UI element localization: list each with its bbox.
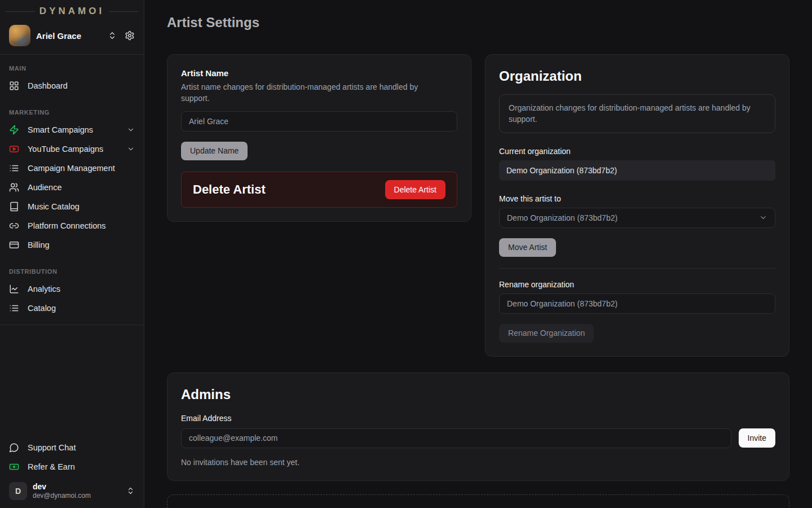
chevrons-up-down-icon[interactable] — [107, 30, 118, 41]
user-meta: dev dev@dynamoi.com — [33, 482, 120, 501]
sidebar-item-smart-campaigns[interactable]: Smart Campaigns — [0, 120, 144, 139]
nav-item-label: Refer & Earn — [28, 462, 135, 471]
artist-name-card: Artist Name Artist name changes for dist… — [167, 54, 471, 222]
rename-organization-label: Rename organization — [499, 280, 775, 289]
nav-item-label: Smart Campaigns — [28, 125, 118, 134]
sidebar-item-youtube-campaigns[interactable]: YouTube Campaigns — [0, 139, 144, 159]
sidebar-footer: Support Chat Refer & Earn D dev dev@dyna… — [0, 436, 144, 508]
sidebar-nav: MAIN Dashboard MARKETING Smart Campaigns… — [0, 55, 144, 325]
user-email: dev@dynamoi.com — [33, 492, 120, 500]
sidebar-item-platform-connections[interactable]: Platform Connections — [0, 216, 144, 235]
artist-avatar — [9, 25, 30, 46]
move-artist-label: Move this artist to — [499, 194, 775, 203]
rename-organization-input[interactable] — [499, 294, 775, 314]
organization-divider — [499, 268, 775, 269]
organization-card: Organization Organization changes for di… — [485, 54, 789, 357]
user-avatar: D — [9, 482, 27, 500]
artist-name-help: Artist name changes for distribution-man… — [181, 81, 446, 104]
logo-divider-right — [109, 11, 138, 12]
list-icon — [9, 303, 19, 313]
nav-item-label: Campaign Management — [28, 164, 135, 173]
artist-name-label: Ariel Grace — [36, 31, 101, 41]
chevron-down-icon — [127, 145, 135, 153]
chevrons-up-down-icon — [125, 485, 136, 496]
organization-notice: Organization changes for distribution-ma… — [499, 94, 775, 133]
account-switcher[interactable]: D dev dev@dynamoi.com — [0, 476, 144, 508]
nav-item-label: Music Catalog — [28, 202, 135, 211]
sidebar-item-billing[interactable]: Billing — [0, 235, 144, 255]
rename-organization-button[interactable]: Rename Organization — [499, 324, 594, 343]
sidebar-item-music-catalog[interactable]: Music Catalog — [0, 197, 144, 216]
delete-artist-heading: Delete Artist — [193, 182, 266, 197]
current-organization-value: Demo Organization (873bd7b2) — [499, 160, 775, 181]
sidebar-item-dashboard[interactable]: Dashboard — [0, 76, 144, 95]
activity-card: No activity yet. — [167, 494, 789, 508]
users-icon — [9, 182, 19, 192]
nav-section-distribution: DISTRIBUTION — [0, 262, 144, 279]
artist-name-label: Artist Name — [181, 68, 457, 78]
sidebar-item-analytics[interactable]: Analytics — [0, 279, 144, 299]
settings-gear-icon[interactable] — [123, 29, 136, 42]
organization-title: Organization — [499, 68, 775, 84]
email-address-label: Email Address — [181, 414, 775, 423]
list-icon — [9, 163, 19, 173]
nav-item-label: Analytics — [28, 284, 135, 294]
chart-line-icon — [9, 284, 19, 294]
move-artist-selected-value: Demo Organization (873bd7b2) — [507, 213, 617, 222]
nav-section-marketing: MARKETING — [0, 103, 144, 120]
brand-logo: DYNAMOI — [0, 0, 144, 20]
message-circle-icon — [9, 443, 19, 453]
sidebar-item-support-chat[interactable]: Support Chat — [0, 438, 144, 457]
sidebar-item-campaign-management[interactable]: Campaign Management — [0, 159, 144, 178]
main-content: Artist Settings Artist Name Artist name … — [144, 0, 812, 508]
current-organization-label: Current organization — [499, 147, 775, 156]
move-artist-button[interactable]: Move Artist — [499, 238, 556, 257]
user-name: dev — [33, 482, 120, 492]
delete-artist-button[interactable]: Delete Artist — [385, 180, 445, 199]
logo-divider-left — [6, 11, 35, 12]
delete-artist-zone: Delete Artist Delete Artist — [181, 172, 457, 208]
sidebar-item-audience[interactable]: Audience — [0, 178, 144, 197]
book-icon — [9, 202, 19, 212]
nav-item-label: Dashboard — [28, 81, 135, 90]
sidebar-item-refer-earn[interactable]: Refer & Earn — [0, 457, 144, 476]
zap-icon — [9, 125, 19, 135]
nav-section-main: MAIN — [0, 59, 144, 76]
link-icon — [9, 221, 19, 231]
sidebar-item-catalog[interactable]: Catalog — [0, 299, 144, 318]
banknote-icon — [9, 462, 19, 472]
move-artist-select[interactable]: Demo Organization (873bd7b2) — [499, 208, 775, 228]
brand-logo-text: DYNAMOI — [39, 6, 104, 17]
admins-title: Admins — [181, 387, 775, 402]
chevron-down-icon — [127, 126, 135, 134]
artist-name-input[interactable] — [181, 111, 457, 132]
nav-item-label: YouTube Campaigns — [28, 144, 118, 154]
youtube-icon — [9, 144, 19, 154]
invitations-empty-text: No invitations have been sent yet. — [181, 458, 775, 467]
invite-button[interactable]: Invite — [739, 428, 775, 448]
invite-email-input[interactable] — [181, 428, 731, 448]
admins-card: Admins Email Address Invite No invitatio… — [167, 373, 789, 481]
sidebar: DYNAMOI Ariel Grace MAIN Dashboard MARKE… — [0, 0, 144, 508]
nav-item-label: Audience — [28, 183, 135, 192]
dashboard-grid-icon — [9, 81, 19, 91]
artist-switcher[interactable]: Ariel Grace — [0, 20, 144, 54]
nav-item-label: Platform Connections — [28, 221, 135, 230]
credit-card-icon — [9, 240, 19, 250]
nav-item-label: Catalog — [28, 304, 135, 313]
nav-item-label: Billing — [28, 240, 135, 249]
nav-item-label: Support Chat — [28, 443, 135, 452]
update-name-button[interactable]: Update Name — [181, 142, 248, 160]
chevron-down-icon — [759, 213, 767, 222]
page-title: Artist Settings — [167, 15, 789, 30]
